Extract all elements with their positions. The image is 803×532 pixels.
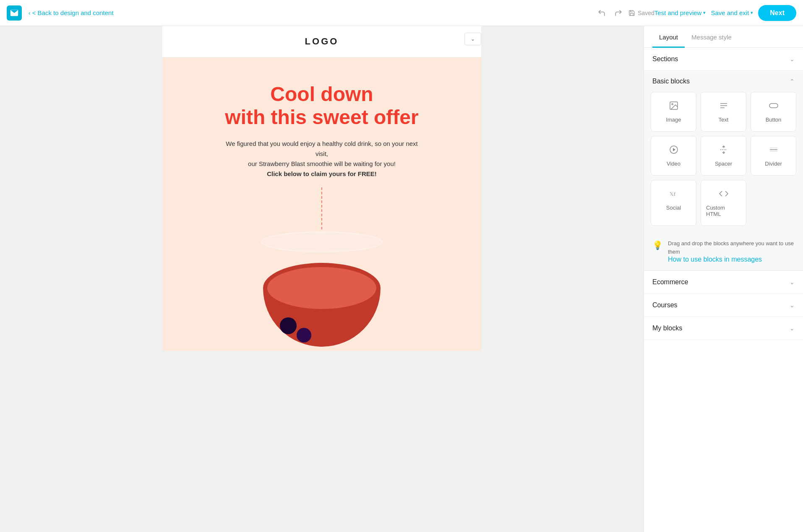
- back-chevron-icon: ‹: [29, 10, 31, 16]
- my-blocks-section: My blocks ⌄: [644, 317, 803, 340]
- courses-header[interactable]: Courses ⌄: [644, 294, 803, 317]
- hero-body: We figured that you would enjoy a health…: [221, 139, 422, 179]
- next-button[interactable]: Next: [758, 5, 796, 21]
- ecommerce-header[interactable]: Ecommerce ⌄: [644, 271, 803, 293]
- block-text[interactable]: Text: [701, 92, 746, 132]
- basic-blocks-caret-icon: ⌃: [790, 78, 795, 85]
- tab-message-style[interactable]: Message style: [685, 26, 738, 48]
- tab-layout[interactable]: Layout: [652, 26, 685, 48]
- topbar: ‹ < Back to design and content Saved Tes…: [0, 0, 803, 26]
- sections-caret-icon: ⌄: [790, 56, 795, 62]
- svg-marker-7: [673, 148, 675, 151]
- smoothie-bowl-illustration: [255, 238, 389, 347]
- blocks-grid: Image Text: [644, 92, 803, 233]
- ecommerce-section: Ecommerce ⌄: [644, 271, 803, 294]
- topbar-center-actions: Saved: [595, 6, 654, 20]
- block-button[interactable]: Button: [751, 92, 796, 132]
- svg-text:𝕏f: 𝕏f: [670, 191, 675, 197]
- main-content: ⌄ LOGO Cool down with this sweet offer W…: [0, 26, 803, 532]
- email-logo-text: LOGO: [172, 36, 471, 47]
- scroll-down-button[interactable]: ⌄: [464, 33, 481, 45]
- sidebar-tabs: Layout Message style: [644, 26, 803, 48]
- spacer-icon: [719, 145, 729, 156]
- email-hero: Cool down with this sweet offer We figur…: [162, 57, 481, 351]
- email-logo-section: LOGO: [162, 26, 481, 57]
- email-canvas[interactable]: ⌄ LOGO Cool down with this sweet offer W…: [0, 26, 644, 532]
- button-icon: [769, 101, 779, 112]
- save-exit-button[interactable]: Save and exit ▾: [711, 9, 753, 16]
- basic-blocks-header[interactable]: Basic blocks ⌃: [644, 71, 803, 92]
- ecommerce-caret-icon: ⌄: [790, 279, 795, 285]
- svg-point-1: [672, 104, 673, 105]
- block-video[interactable]: Video: [651, 136, 696, 176]
- redo-button[interactable]: [612, 6, 625, 20]
- saved-status: Saved: [628, 10, 654, 16]
- my-blocks-caret-icon: ⌄: [790, 325, 795, 332]
- block-image[interactable]: Image: [651, 92, 696, 132]
- image-icon: [669, 101, 679, 112]
- test-preview-button[interactable]: Test and preview ▾: [654, 9, 706, 16]
- courses-caret-icon: ⌄: [790, 302, 795, 309]
- code-icon: [719, 189, 729, 200]
- svg-rect-5: [769, 104, 778, 108]
- hint-text-block: Drag and drop the blocks anywhere you wa…: [668, 239, 795, 263]
- topbar-right: Test and preview ▾ Save and exit ▾ Next: [654, 5, 796, 21]
- divider-icon: [769, 145, 779, 156]
- sections-header[interactable]: Sections ⌄: [644, 48, 803, 71]
- hint-lightbulb-icon: 💡: [652, 240, 663, 250]
- topbar-left: ‹ < Back to design and content: [7, 5, 595, 21]
- hero-headline: Cool down with this sweet offer: [179, 83, 464, 129]
- basic-blocks-section: Basic blocks ⌃ Image: [644, 71, 803, 271]
- scroll-indicator: ⌄: [464, 33, 481, 45]
- sidebar: Layout Message style Sections ⌄ Basic bl…: [644, 26, 803, 532]
- social-icon: 𝕏f: [669, 189, 679, 200]
- block-social[interactable]: 𝕏f Social: [651, 180, 696, 226]
- my-blocks-header[interactable]: My blocks ⌄: [644, 317, 803, 340]
- test-preview-caret-icon: ▾: [703, 10, 706, 16]
- hero-divider: [321, 187, 322, 229]
- app-logo: [7, 5, 22, 21]
- block-custom-html[interactable]: Custom HTML: [701, 180, 746, 226]
- undo-button[interactable]: [595, 6, 608, 20]
- canvas-inner: ⌄ LOGO Cool down with this sweet offer W…: [162, 26, 481, 351]
- video-icon: [669, 145, 679, 156]
- block-divider[interactable]: Divider: [751, 136, 796, 176]
- hint-link[interactable]: How to use blocks in messages: [668, 256, 762, 263]
- back-link[interactable]: ‹ < Back to design and content: [29, 9, 114, 16]
- block-spacer[interactable]: Spacer: [701, 136, 746, 176]
- text-icon: [719, 101, 729, 112]
- bowl-body: [263, 263, 381, 347]
- blocks-hint: 💡 Drag and drop the blocks anywhere you …: [644, 233, 803, 270]
- back-label: < Back to design and content: [32, 9, 114, 16]
- bowl-surface: [267, 267, 376, 309]
- courses-section: Courses ⌄: [644, 294, 803, 317]
- bowl-rim: [261, 231, 383, 252]
- save-exit-caret-icon: ▾: [751, 10, 753, 16]
